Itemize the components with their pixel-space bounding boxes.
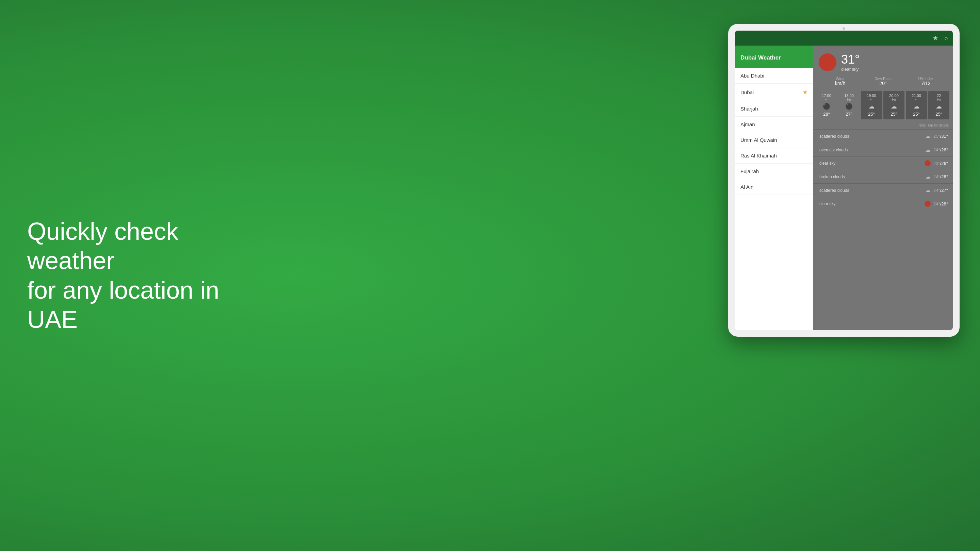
drawer-item-sharjah[interactable]: Sharjah xyxy=(735,101,813,117)
star-icon: ★ xyxy=(802,89,808,96)
daily-cloud-icon: ☁ xyxy=(925,133,931,140)
hour-item-3[interactable]: 20:00 Fri ☁ 25° xyxy=(883,91,904,119)
hourly-scroll: 17:00 Fri ⚫ 28° 18:00 Fri ⚫ 27° 19:00 Fr… xyxy=(813,91,953,123)
hour-temp: 25° xyxy=(930,111,948,117)
hour-temp: 25° xyxy=(907,111,926,117)
daily-temp: 23°/26° xyxy=(933,161,948,166)
content-panel: 31° clear sky Wind km/h Dew Point 20° xyxy=(813,46,953,330)
wind-value: km/h xyxy=(819,81,862,86)
drawer-item-al-ain[interactable]: Al Ain xyxy=(735,179,813,195)
hour-icon: ☁ xyxy=(885,103,903,110)
hour-icon: ☁ xyxy=(907,103,926,110)
hour-day: Fri xyxy=(930,98,948,102)
hour-time: 17:00 xyxy=(817,94,836,98)
daily-description: scattered clouds xyxy=(818,188,849,193)
daily-item-0[interactable]: scattered clouds☁25°/31° xyxy=(813,129,953,143)
daily-temp: 24°/28° xyxy=(933,202,948,206)
hourly-row: 17:00 Fri ⚫ 28° 18:00 Fri ⚫ 27° 19:00 Fr… xyxy=(816,91,950,119)
drawer-item-label: Umm Al Quwain xyxy=(740,137,777,143)
daily-list: scattered clouds☁25°/31°overcast clouds☁… xyxy=(813,129,953,330)
daily-description: scattered clouds xyxy=(818,134,849,139)
daily-description: clear sky xyxy=(818,161,835,166)
daily-sun-icon xyxy=(924,160,931,166)
daily-temp: 24°/27° xyxy=(933,188,948,193)
tablet-frame: ★ ⌕ Dubai Weather Abu DhabiDubai★Sharjah… xyxy=(728,24,959,337)
daily-temp: 25°/31° xyxy=(933,134,948,139)
daily-description: overcast clouds xyxy=(818,148,848,152)
drawer-item-label: Fujairah xyxy=(740,168,759,174)
drawer-list: Abu DhabiDubai★SharjahAjmanUmm Al Quwain… xyxy=(735,68,813,330)
hour-icon: ☁ xyxy=(862,103,881,110)
daily-item-1[interactable]: overcast clouds☁24°/26° xyxy=(813,143,953,156)
hour-item-1[interactable]: 18:00 Fri ⚫ 27° xyxy=(838,91,859,119)
daily-item-4[interactable]: scattered clouds☁24°/27° xyxy=(813,183,953,197)
drawer-item-label: Abu Dhabi xyxy=(740,73,764,79)
hour-time: 20:00 xyxy=(885,94,903,98)
daily-item-2[interactable]: clear sky23°/26° xyxy=(813,156,953,170)
daily-item-5[interactable]: clear sky24°/28° xyxy=(813,197,953,210)
drawer: Dubai Weather Abu DhabiDubai★SharjahAjma… xyxy=(735,46,813,330)
drawer-item-umm-al-quwain[interactable]: Umm Al Quwain xyxy=(735,132,813,148)
hour-time: 19:00 xyxy=(862,94,881,98)
hour-temp: 25° xyxy=(885,111,903,117)
hour-time: 22 xyxy=(930,94,948,98)
daily-cloud-icon: ☁ xyxy=(925,147,931,153)
uv-stat: UV Index 7/12 xyxy=(904,76,947,86)
drawer-item-label: Ajman xyxy=(740,121,755,127)
hour-day: Fri xyxy=(840,98,858,102)
current-temp: 31° xyxy=(841,52,859,67)
wind-label: Wind xyxy=(819,76,862,81)
drawer-item-label: Dubai xyxy=(740,89,754,95)
tablet-screen: ★ ⌕ Dubai Weather Abu DhabiDubai★Sharjah… xyxy=(735,30,953,330)
drawer-title: Dubai Weather xyxy=(740,54,808,61)
drawer-item-label: Ras Al Khaimah xyxy=(740,153,777,159)
daily-item-3[interactable]: broken clouds☁24°/26° xyxy=(813,170,953,183)
hour-item-2[interactable]: 19:00 Fri ☁ 25° xyxy=(861,91,882,119)
hour-item-0[interactable]: 17:00 Fri ⚫ 28° xyxy=(816,91,837,119)
tagline-line2: for any location in UAE xyxy=(27,276,219,333)
favorite-icon[interactable]: ★ xyxy=(933,34,938,42)
hour-temp: 25° xyxy=(862,111,881,117)
weather-description: clear sky xyxy=(841,67,859,72)
hour-item-4[interactable]: 21:00 Fri ☁ 25° xyxy=(906,91,927,119)
hour-day: Fri xyxy=(817,98,836,102)
main-content: Dubai Weather Abu DhabiDubai★SharjahAjma… xyxy=(735,46,953,330)
weather-stats: Wind km/h Dew Point 20° UV Index 7/12 xyxy=(813,76,953,91)
drawer-item-dubai[interactable]: Dubai★ xyxy=(735,84,813,101)
hour-temp: 28° xyxy=(817,111,836,117)
drawer-item-abu-dhabi[interactable]: Abu Dhabi xyxy=(735,68,813,84)
daily-temp: 24°/26° xyxy=(933,147,948,152)
daily-cloud-icon: ☁ xyxy=(925,173,931,180)
drawer-item-ajman[interactable]: Ajman xyxy=(735,117,813,132)
daily-temp: 24°/26° xyxy=(933,174,948,179)
hour-icon: ⚫ xyxy=(817,103,836,110)
tap-note: Note: Tap for details xyxy=(813,123,953,129)
hour-item-5[interactable]: 22 Fri ☁ 25° xyxy=(928,91,950,119)
drawer-item-label: Sharjah xyxy=(740,106,758,111)
tablet-camera xyxy=(843,27,845,30)
dew-stat: Dew Point 20° xyxy=(862,76,904,86)
hour-time: 21:00 xyxy=(907,94,926,98)
dew-label: Dew Point xyxy=(862,76,904,81)
wind-stat: Wind km/h xyxy=(819,76,862,86)
uv-label: UV Index xyxy=(904,76,947,81)
hour-day: Fri xyxy=(885,98,903,102)
tagline: Quickly check weather for any location i… xyxy=(27,217,259,334)
top-bar: ★ ⌕ xyxy=(735,30,953,46)
hour-day: Fri xyxy=(862,98,881,102)
weather-temp-info: 31° clear sky xyxy=(841,52,859,72)
drawer-item-ras-al-khaimah[interactable]: Ras Al Khaimah xyxy=(735,148,813,164)
hour-icon: ☁ xyxy=(930,103,948,110)
drawer-item-fujairah[interactable]: Fujairah xyxy=(735,164,813,179)
hour-icon: ⚫ xyxy=(840,103,858,110)
hour-temp: 27° xyxy=(840,111,858,117)
daily-sun-icon xyxy=(924,201,931,207)
search-icon[interactable]: ⌕ xyxy=(944,35,948,42)
daily-description: clear sky xyxy=(818,202,835,206)
weather-header: 31° clear sky xyxy=(813,46,953,76)
dew-value: 20° xyxy=(862,81,904,86)
daily-description: broken clouds xyxy=(818,175,845,179)
daily-cloud-icon: ☁ xyxy=(925,187,931,194)
tagline-line1: Quickly check weather xyxy=(27,218,178,274)
sun-icon xyxy=(819,53,837,71)
